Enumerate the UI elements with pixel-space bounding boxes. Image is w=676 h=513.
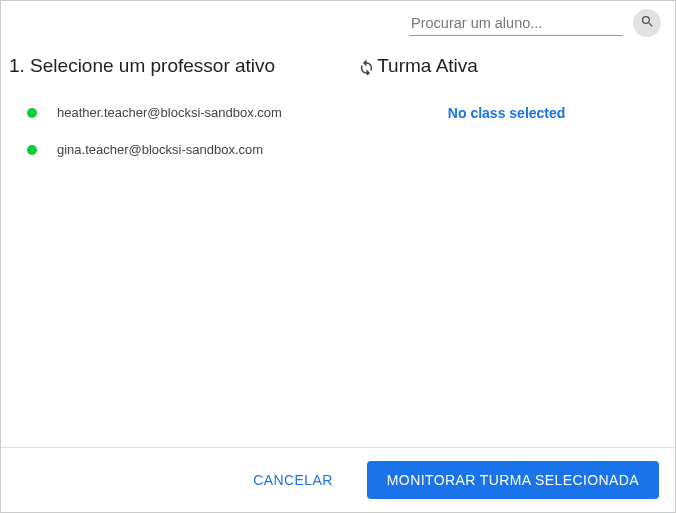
active-class-title-text: Turma Ativa xyxy=(377,55,478,77)
dialog-content: 1. Selecione um professor ativo heather.… xyxy=(1,41,675,447)
teacher-column: 1. Selecione um professor ativo heather.… xyxy=(1,55,358,447)
teacher-list: heather.teacher@blocksi-sandbox.com gina… xyxy=(9,105,358,157)
select-teacher-title: 1. Selecione um professor ativo xyxy=(9,55,358,77)
teacher-row[interactable]: heather.teacher@blocksi-sandbox.com xyxy=(27,105,358,120)
search-input[interactable] xyxy=(409,11,623,36)
teacher-email: gina.teacher@blocksi-sandbox.com xyxy=(57,142,263,157)
status-dot-online-icon xyxy=(27,145,37,155)
monitor-button[interactable]: MONITORAR TURMA SELECIONADA xyxy=(367,461,659,499)
refresh-icon[interactable] xyxy=(358,58,375,75)
search-button[interactable] xyxy=(633,9,661,37)
cancel-button[interactable]: CANCELAR xyxy=(243,464,342,496)
teacher-row[interactable]: gina.teacher@blocksi-sandbox.com xyxy=(27,142,358,157)
search-icon xyxy=(640,14,655,32)
status-dot-online-icon xyxy=(27,108,37,118)
no-class-selected: No class selected xyxy=(358,105,675,121)
teacher-email: heather.teacher@blocksi-sandbox.com xyxy=(57,105,282,120)
dialog-footer: CANCELAR MONITORAR TURMA SELECIONADA xyxy=(1,447,675,512)
active-class-column: Turma Ativa No class selected xyxy=(358,55,675,447)
active-class-title: Turma Ativa xyxy=(358,55,675,77)
search-row xyxy=(1,1,675,41)
